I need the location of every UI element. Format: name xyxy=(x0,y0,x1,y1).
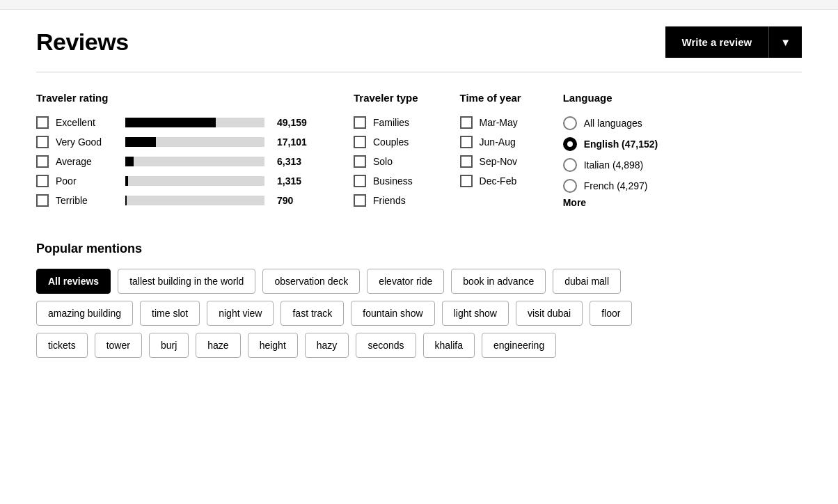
rating-bar-fill xyxy=(125,137,156,147)
traveler-type-list: FamiliesCouplesSoloBusinessFriends xyxy=(354,116,418,207)
traveler-type-checkbox[interactable] xyxy=(354,175,366,187)
traveler-type-label: Friends xyxy=(373,195,406,206)
tag[interactable]: fast track xyxy=(280,301,344,326)
tag[interactable]: burj xyxy=(149,333,189,358)
traveler-type-item: Friends xyxy=(354,194,418,207)
language-radio[interactable] xyxy=(563,116,577,130)
tag[interactable]: seconds xyxy=(356,333,416,358)
language-radio[interactable] xyxy=(563,179,577,193)
traveler-type-section: Traveler type FamiliesCouplesSoloBusines… xyxy=(354,92,418,214)
filters-row: Traveler rating Excellent49,159Very Good… xyxy=(36,92,802,214)
time-item: Dec-Feb xyxy=(460,175,521,187)
rating-bar-fill xyxy=(125,118,216,127)
rating-label: Terrible xyxy=(56,195,118,206)
rating-item: Poor1,315 xyxy=(36,175,312,187)
tag[interactable]: night view xyxy=(207,301,274,326)
rating-label: Very Good xyxy=(56,136,118,148)
tags-row: All reviewstallest building in the world… xyxy=(36,269,802,294)
traveler-type-item: Business xyxy=(354,175,418,187)
time-item: Jun-Aug xyxy=(460,136,521,148)
traveler-type-item: Couples xyxy=(354,136,418,148)
language-label: English (47,152) xyxy=(584,139,658,150)
tags-row: amazing buildingtime slotnight viewfast … xyxy=(36,301,802,326)
traveler-rating-section: Traveler rating Excellent49,159Very Good… xyxy=(36,92,312,214)
traveler-rating-title: Traveler rating xyxy=(36,92,312,104)
rating-checkbox[interactable] xyxy=(36,175,49,187)
language-item[interactable]: English (47,152) xyxy=(563,137,658,151)
time-checkbox[interactable] xyxy=(460,155,473,168)
reviews-title: Reviews xyxy=(36,29,129,56)
tag[interactable]: visit dubai xyxy=(516,301,583,326)
tag[interactable]: hazy xyxy=(305,333,349,358)
traveler-type-title: Traveler type xyxy=(354,92,418,104)
tag[interactable]: tickets xyxy=(36,333,88,358)
popular-mentions-title: Popular mentions xyxy=(36,242,802,256)
traveler-type-label: Solo xyxy=(373,156,393,167)
traveler-type-item: Families xyxy=(354,116,418,129)
tag[interactable]: time slot xyxy=(140,301,200,326)
language-label: Italian (4,898) xyxy=(584,159,644,171)
rating-count: 49,159 xyxy=(277,117,312,128)
language-label: French (4,297) xyxy=(584,180,648,191)
tag[interactable]: All reviews xyxy=(36,269,111,294)
traveler-type-checkbox[interactable] xyxy=(354,116,366,129)
tags-container: All reviewstallest building in the world… xyxy=(36,269,802,358)
rating-count: 790 xyxy=(277,195,312,206)
rating-bar-container xyxy=(125,137,264,147)
tag[interactable]: dubai mall xyxy=(553,269,621,294)
rating-count: 6,313 xyxy=(277,156,312,167)
traveler-type-label: Couples xyxy=(373,136,409,148)
language-item[interactable]: Italian (4,898) xyxy=(563,158,658,172)
write-review-button[interactable]: Write a review xyxy=(665,26,769,58)
tag[interactable]: floor xyxy=(590,301,632,326)
tag[interactable]: khalifa xyxy=(423,333,475,358)
rating-count: 17,101 xyxy=(277,136,312,148)
rating-bar-fill xyxy=(125,157,134,166)
rating-bar-fill xyxy=(125,196,127,205)
rating-item: Very Good17,101 xyxy=(36,136,312,148)
reviews-header: Reviews Write a review ▼ xyxy=(36,26,802,58)
language-item[interactable]: French (4,297) xyxy=(563,179,658,193)
popular-mentions-section: Popular mentions All reviewstallest buil… xyxy=(36,242,802,358)
tag[interactable]: engineering xyxy=(482,333,556,358)
tag[interactable]: fountain show xyxy=(351,301,434,326)
tag[interactable]: light show xyxy=(442,301,509,326)
tag[interactable]: amazing building xyxy=(36,301,133,326)
tags-row: ticketstowerburjhazeheighthazysecondskha… xyxy=(36,333,802,358)
traveler-type-checkbox[interactable] xyxy=(354,194,366,207)
traveler-type-checkbox[interactable] xyxy=(354,136,366,148)
header-buttons: Write a review ▼ xyxy=(665,26,802,58)
traveler-type-checkbox[interactable] xyxy=(354,155,366,168)
rating-checkbox[interactable] xyxy=(36,136,49,148)
language-list: All languagesEnglish (47,152)Italian (4,… xyxy=(563,116,658,193)
time-label: Sep-Nov xyxy=(480,156,517,167)
write-review-dropdown-button[interactable]: ▼ xyxy=(768,26,802,58)
tag[interactable]: tallest building in the world xyxy=(118,269,255,294)
more-languages-link[interactable]: More xyxy=(563,197,658,208)
rating-bar-fill xyxy=(125,176,128,186)
language-radio[interactable] xyxy=(563,137,577,151)
rating-checkbox[interactable] xyxy=(36,155,49,168)
tag[interactable]: book in advance xyxy=(451,269,546,294)
time-checkbox[interactable] xyxy=(460,175,473,187)
language-item[interactable]: All languages xyxy=(563,116,658,130)
rating-checkbox[interactable] xyxy=(36,194,49,207)
rating-checkbox[interactable] xyxy=(36,116,49,129)
rating-count: 1,315 xyxy=(277,175,312,187)
language-label: All languages xyxy=(584,118,642,129)
tag[interactable]: observation deck xyxy=(262,269,360,294)
language-title: Language xyxy=(563,92,658,104)
tag[interactable]: height xyxy=(248,333,298,358)
tag[interactable]: haze xyxy=(196,333,240,358)
tag[interactable]: tower xyxy=(95,333,142,358)
time-label: Dec-Feb xyxy=(480,175,517,187)
traveler-type-item: Solo xyxy=(354,155,418,168)
rating-item: Average6,313 xyxy=(36,155,312,168)
time-checkbox[interactable] xyxy=(460,136,473,148)
header-divider xyxy=(36,72,802,72)
time-checkbox[interactable] xyxy=(460,116,473,129)
tag[interactable]: elevator ride xyxy=(367,269,444,294)
rating-bar-container xyxy=(125,157,264,166)
language-radio[interactable] xyxy=(563,158,577,172)
rating-label: Average xyxy=(56,156,118,167)
